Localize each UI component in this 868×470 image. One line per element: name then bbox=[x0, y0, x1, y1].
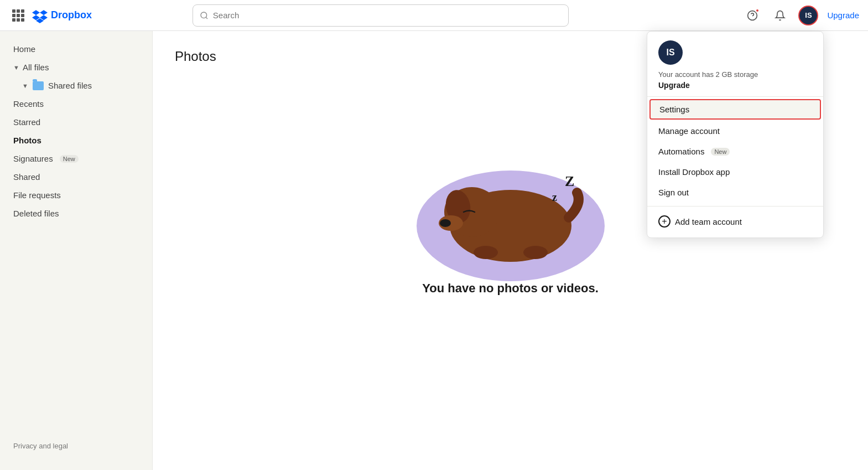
sidebar-item-label: All files bbox=[23, 63, 49, 72]
plus-circle-icon: + bbox=[658, 215, 671, 228]
sidebar-bottom: Privacy and legal bbox=[0, 431, 152, 461]
storage-text: Your account has 2 GB storage bbox=[658, 70, 812, 79]
dropdown-item-settings[interactable]: Settings bbox=[649, 99, 821, 120]
user-avatar-button[interactable]: IS bbox=[798, 6, 818, 25]
grid-icon bbox=[12, 9, 24, 22]
sidebar: Home ▼ All files ▼ Shared files Recents … bbox=[0, 31, 153, 470]
sidebar-item-signatures[interactable]: Signatures New bbox=[0, 149, 152, 168]
sidebar-item-shared-files[interactable]: ▼ Shared files bbox=[0, 76, 152, 95]
sidebar-item-label: Recents bbox=[13, 99, 44, 109]
help-button[interactable] bbox=[743, 6, 762, 25]
dropbox-icon bbox=[32, 8, 48, 23]
svg-point-11 bbox=[523, 246, 548, 259]
sidebar-item-label: Home bbox=[13, 44, 35, 54]
sidebar-item-label: Shared files bbox=[48, 81, 92, 90]
topbar: Dropbox IS Upgrade bbox=[0, 0, 868, 31]
bell-icon bbox=[775, 10, 786, 21]
dropdown-header: IS Your account has 2 GB storage Upgrade bbox=[647, 40, 823, 97]
svg-text:Z: Z bbox=[565, 173, 574, 189]
sidebar-item-label: Shared bbox=[13, 172, 40, 182]
dropdown-upgrade-link[interactable]: Upgrade bbox=[658, 81, 812, 90]
svg-point-10 bbox=[474, 246, 498, 259]
sidebar-item-all-files[interactable]: ▼ All files bbox=[0, 58, 152, 76]
dropdown-item-manage-account[interactable]: Manage account bbox=[647, 121, 823, 141]
sidebar-item-shared[interactable]: Shared bbox=[0, 168, 152, 186]
notifications-button[interactable] bbox=[771, 6, 789, 25]
dropbox-wordmark: Dropbox bbox=[51, 9, 92, 21]
chevron-right-icon: ▼ bbox=[22, 82, 28, 89]
sidebar-item-deleted-files[interactable]: Deleted files bbox=[0, 204, 152, 223]
dropdown-item-label: Automations bbox=[658, 147, 704, 156]
sidebar-item-label: File requests bbox=[13, 190, 61, 200]
search-input-wrap[interactable] bbox=[193, 4, 569, 27]
sidebar-item-file-requests[interactable]: File requests bbox=[0, 186, 152, 204]
dropdown-item-label: Manage account bbox=[658, 126, 720, 136]
user-dropdown-menu: IS Your account has 2 GB storage Upgrade… bbox=[647, 31, 824, 238]
sidebar-item-label: Signatures bbox=[13, 154, 53, 163]
search-input[interactable] bbox=[213, 11, 562, 20]
sidebar-item-label: Deleted files bbox=[13, 209, 59, 218]
search-bar bbox=[193, 4, 569, 27]
chevron-down-icon: ▼ bbox=[13, 64, 19, 71]
svg-line-1 bbox=[206, 17, 207, 19]
search-icon bbox=[200, 11, 209, 20]
dropdown-item-label: Install Dropbox app bbox=[658, 167, 730, 177]
dropdown-divider bbox=[647, 206, 823, 206]
dropdown-item-label: Settings bbox=[659, 105, 689, 114]
sidebar-item-recents[interactable]: Recents bbox=[0, 95, 152, 113]
sleeping-dog-illustration: z Z bbox=[406, 115, 616, 281]
topbar-right: IS Upgrade bbox=[743, 6, 859, 25]
svg-point-0 bbox=[201, 12, 207, 18]
dropdown-avatar: IS bbox=[658, 40, 683, 65]
sidebar-item-label: Photos bbox=[13, 136, 41, 145]
help-notification-dot bbox=[755, 8, 760, 13]
signatures-new-badge: New bbox=[60, 155, 79, 163]
dropdown-item-sign-out[interactable]: Sign out bbox=[647, 182, 823, 203]
dropdown-item-install-dropbox[interactable]: Install Dropbox app bbox=[647, 162, 823, 182]
svg-point-9 bbox=[440, 219, 451, 227]
sidebar-item-home[interactable]: Home bbox=[0, 40, 152, 58]
empty-state-text: You have no photos or videos. bbox=[422, 281, 599, 296]
privacy-legal-link[interactable]: Privacy and legal bbox=[13, 440, 139, 452]
dropbox-logo[interactable]: Dropbox bbox=[32, 8, 92, 23]
dropdown-item-label: Sign out bbox=[658, 188, 689, 197]
sidebar-item-photos[interactable]: Photos bbox=[0, 131, 152, 149]
folder-icon bbox=[33, 81, 44, 90]
sidebar-item-label: Starred bbox=[13, 117, 40, 127]
upgrade-link[interactable]: Upgrade bbox=[827, 11, 859, 20]
svg-text:z: z bbox=[552, 191, 557, 203]
dropdown-item-automations[interactable]: Automations New bbox=[647, 141, 823, 162]
automations-new-badge: New bbox=[711, 148, 730, 156]
logo-area: Dropbox bbox=[9, 6, 92, 25]
add-team-label: Add team account bbox=[675, 217, 742, 226]
dropdown-item-add-team[interactable]: + Add team account bbox=[647, 210, 823, 233]
grid-menu-button[interactable] bbox=[9, 6, 28, 25]
sidebar-item-starred[interactable]: Starred bbox=[0, 113, 152, 131]
